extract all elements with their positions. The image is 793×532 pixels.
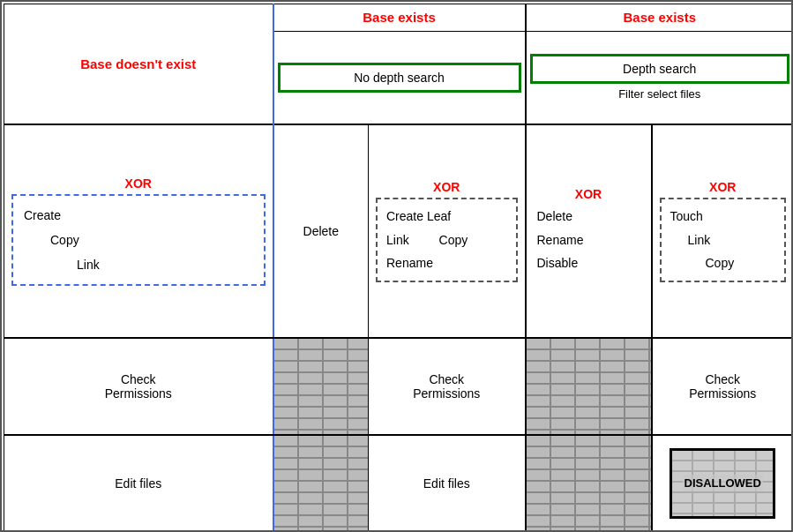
edit-files-row: Edit files Edit files DISALLOWED	[4, 435, 794, 532]
col1-edit-cell: Edit files	[4, 435, 273, 532]
col2b-edit-files: Edit files	[423, 476, 470, 491]
col2b-rename: Rename	[386, 256, 433, 270]
xor-label-1: XOR	[125, 176, 152, 191]
col1-edit-files: Edit files	[115, 476, 161, 491]
col2b-operations-box: Create Leaf Link Copy Rename	[376, 198, 518, 282]
col2a-delete-cell: Delete	[273, 124, 369, 337]
col1-link: Link	[77, 258, 100, 272]
col2a-brick-check	[273, 338, 369, 435]
col3a-xor-cell: XOR Delete Rename Disable	[526, 124, 652, 337]
col3b-operations-box: Touch Link Copy	[660, 198, 787, 282]
col3b-check-cell: CheckPermissions	[652, 338, 794, 435]
col3a-disable: Disable	[537, 256, 579, 270]
xor-label-2: XOR	[433, 180, 460, 194]
col2b-check-permissions: CheckPermissions	[413, 372, 480, 401]
filter-label: Filter select files	[530, 87, 790, 101]
brick-wall-1	[274, 339, 369, 434]
no-depth-box: No depth search	[278, 63, 521, 93]
col3a-operations: Delete Rename Disable	[534, 205, 644, 275]
disallowed-label: DISALLOWED	[683, 475, 763, 491]
col3b-touch: Touch	[670, 209, 703, 223]
header-row-1: Base doesn't exist Base exists Base exis…	[4, 4, 794, 32]
depth-cell: Depth search Filter select files	[526, 31, 794, 124]
col3b-disallowed-cell: DISALLOWED	[652, 435, 794, 532]
col2b-link: Link	[386, 233, 409, 247]
col1-header: Base doesn't exist	[4, 4, 273, 125]
col1-operations-box: Create Copy Link	[11, 194, 266, 286]
col1-xor-cell: XOR Create Copy Link	[4, 124, 273, 337]
col3b-check-permissions: CheckPermissions	[689, 372, 756, 401]
base-exists-label-2: Base exists	[623, 10, 696, 25]
col1-check-cell: CheckPermissions	[4, 338, 273, 435]
depth-label: Depth search	[623, 62, 696, 76]
col1-copy: Copy	[50, 233, 79, 247]
col2a-delete: Delete	[303, 224, 339, 238]
brick-wall-4	[527, 436, 651, 532]
xor-row: XOR Create Copy Link Delete XOR Create L…	[4, 124, 794, 337]
col3b-link: Link	[688, 233, 711, 247]
main-table: Base doesn't exist Base exists Base exis…	[4, 4, 793, 532]
col2b-copy: Copy	[439, 233, 468, 247]
col3a-rename: Rename	[537, 233, 584, 247]
col2b-edit-cell: Edit files	[369, 435, 526, 532]
xor-label-4: XOR	[709, 180, 736, 194]
check-permissions-row: CheckPermissions CheckPermissions CheckP…	[4, 338, 794, 435]
col3b-xor-cell: XOR Touch Link Copy	[652, 124, 794, 337]
disallowed-box: DISALLOWED	[670, 448, 775, 519]
col2a-brick-edit	[273, 435, 369, 532]
col3b-copy: Copy	[706, 256, 735, 270]
col2-header: Base exists	[273, 4, 526, 32]
col1-check-permissions: CheckPermissions	[105, 372, 172, 401]
base-exists-label-1: Base exists	[363, 10, 436, 25]
col3a-delete: Delete	[537, 209, 572, 223]
col2b-xor-cell: XOR Create Leaf Link Copy Rename	[369, 124, 526, 337]
base-not-exist-label: Base doesn't exist	[80, 56, 196, 71]
brick-wall-3	[274, 436, 369, 532]
col3-header: Base exists	[526, 4, 794, 32]
col3a-brick-edit	[526, 435, 652, 532]
depth-box: Depth search	[530, 54, 790, 84]
col1-create: Create	[24, 208, 61, 222]
no-depth-label: No depth search	[354, 71, 445, 85]
col2b-check-cell: CheckPermissions	[369, 338, 526, 435]
xor-label-3: XOR	[575, 187, 602, 201]
no-depth-cell: No depth search	[273, 31, 526, 124]
col3a-brick-check	[526, 338, 652, 435]
col2b-create-leaf: Create Leaf	[386, 209, 451, 223]
brick-wall-2	[527, 339, 651, 434]
